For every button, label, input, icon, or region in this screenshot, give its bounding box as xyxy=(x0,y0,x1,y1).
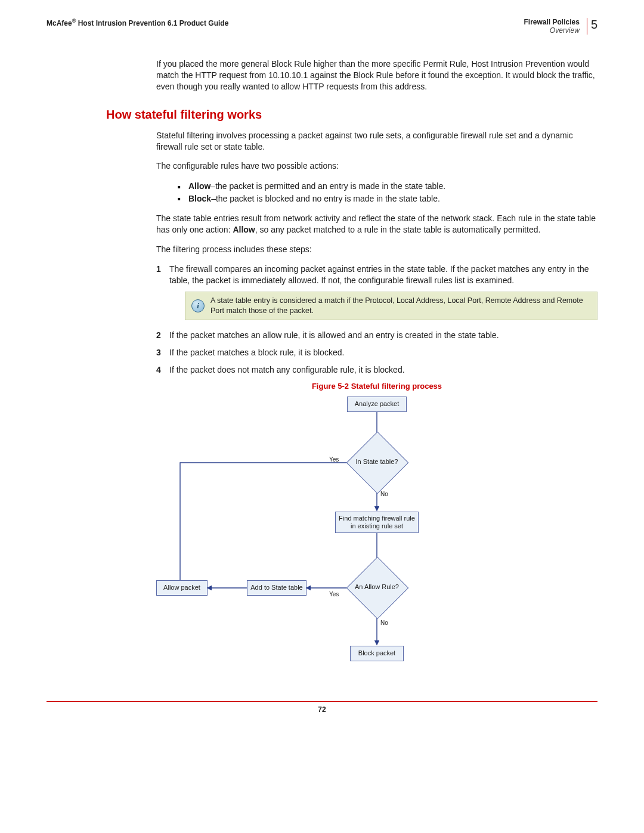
paragraph-2: The configurable rules have two possible… xyxy=(156,160,597,172)
brand: McAfee xyxy=(47,19,72,27)
label-no-1: No xyxy=(380,491,388,497)
node-analyze-packet: Analyze packet xyxy=(347,397,407,412)
header-section: Firewall Policies xyxy=(524,18,580,26)
note-box: i A state table entry is considered a ma… xyxy=(185,292,597,320)
header-right: Firewall Policies Overview 5 xyxy=(524,18,598,35)
flowchart-arrows xyxy=(156,394,478,680)
action-bullet-list: Allow–the packet is permitted and an ent… xyxy=(178,180,597,205)
footer-rule xyxy=(47,701,597,702)
step-3: If the packet matches a block rule, it i… xyxy=(156,347,597,358)
step-4: If the packet does not match any configu… xyxy=(156,364,597,376)
page-number: 72 xyxy=(47,705,597,714)
section-heading: How stateful filtering works xyxy=(106,108,597,122)
note-text: A state table entry is considered a matc… xyxy=(210,296,591,316)
flowchart: Analyze packet In State table? Yes No Fi… xyxy=(156,394,478,680)
step-list: The firewall compares an incoming packet… xyxy=(156,264,597,376)
paragraph-1: Stateful filtering involves processing a… xyxy=(156,130,597,153)
page-header: McAfee® Host Intrusion Prevention 6.1 Pr… xyxy=(47,18,597,35)
label-yes-2: Yes xyxy=(329,591,339,597)
label-yes-1: Yes xyxy=(329,456,339,463)
node-find-rule: Find matching firewall rule in existing … xyxy=(335,512,419,533)
step-1: The firewall compares an incoming packet… xyxy=(156,264,597,321)
node-allow-packet: Allow packet xyxy=(156,580,208,596)
product-name: Host Intrusion Prevention 6.1 Product Gu… xyxy=(76,19,228,27)
intro-paragraph: If you placed the more general Block Rul… xyxy=(156,58,597,92)
info-icon: i xyxy=(191,299,205,312)
node-add-to-state: Add to State table xyxy=(247,580,306,596)
chapter-number: 5 xyxy=(591,18,597,32)
paragraph-3: The state table entries result from netw… xyxy=(156,213,597,236)
label-no-2: No xyxy=(380,620,388,626)
node-block-packet: Block packet xyxy=(350,646,404,661)
bullet-allow: Allow–the packet is permitted and an ent… xyxy=(178,180,597,192)
figure-caption: Figure 5-2 Stateful filtering process xyxy=(156,382,597,391)
header-left: McAfee® Host Intrusion Prevention 6.1 Pr… xyxy=(47,18,228,27)
header-divider xyxy=(587,18,587,35)
bullet-block: Block–the packet is blocked and no entry… xyxy=(178,193,597,205)
header-subsection: Overview xyxy=(524,26,580,35)
step-2: If the packet matches an allow rule, it … xyxy=(156,330,597,341)
paragraph-4: The filtering process includes these ste… xyxy=(156,244,597,255)
